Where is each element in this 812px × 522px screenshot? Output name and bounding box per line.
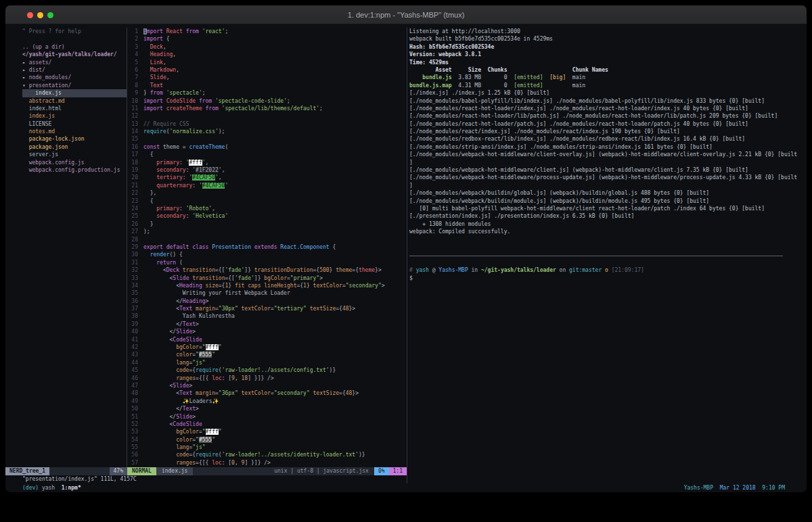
code-line[interactable]: 37 <Text margin="30px" textColor="tertia… [127,305,407,312]
tree-item[interactable]: ▸ dist/ [22,66,127,74]
code-line[interactable]: 17 { [127,151,407,158]
code-line[interactable]: 14require('normalize.css'); [127,128,407,135]
code-line[interactable]: 8 Text [127,82,407,89]
code-line[interactable]: 41 <CodeSlide [127,336,407,343]
shell-line: Hash: b5fb6e7d535cc002534e [409,43,807,51]
titlebar[interactable]: 1. dev:1:npm - "Yashs-MBP" (tmux) [5,5,807,24]
line-number: 41 [127,336,138,343]
code-line[interactable]: 57 ranges={[{ loc: [0, 9] }]} /> [127,459,407,467]
code-line[interactable]: 35 Writing your first Webpack Loader [127,289,407,297]
code-line[interactable]: 26 } [127,220,407,228]
code-line[interactable]: 33 <Slide transition={['fade']} bgColor=… [127,275,407,282]
code-line[interactable]: 48 <Text margin="36px" textColor="second… [127,389,407,397]
code-line[interactable]: 19 secondary: '#1F2022', [127,166,407,174]
tree-item[interactable]: " Press ? for help [22,28,127,35]
line-number: 32 [127,266,138,274]
code-line[interactable]: 1import React from 'react'; [127,28,407,35]
code-line[interactable]: 31 return ( [127,259,407,266]
code-line[interactable]: 43 color="#555" [127,351,407,358]
code-line[interactable]: 46 ranges={[{ loc: [9, 18] }]} /> [127,375,407,382]
shell-line: [./node_modules/react-hot-loader/patch.j… [409,120,807,128]
close-button[interactable] [27,12,33,18]
line-number: 11 [127,105,138,112]
tree-item[interactable]: ▸ assets/ [22,59,127,66]
line-number: 5 [127,59,138,66]
tree-item[interactable]: index.js [22,112,127,120]
code-line[interactable]: 16const theme = createTheme( [127,143,407,151]
code-line[interactable]: 23 { [127,197,407,205]
tree-item[interactable]: LICENSE [22,120,127,128]
code-line[interactable]: 12 [127,112,407,120]
code-line[interactable]: 28 [127,236,407,243]
code-line[interactable]: 20 tertiary: '#4CAF50', [127,174,407,181]
code-line[interactable]: 24 primary: 'Roboto', [127,205,407,212]
code-line[interactable]: 34 <Heading size={1} fit caps lineHeight… [127,282,407,289]
tree-item[interactable]: </yash/git-yash/talks/loader/ [22,51,127,58]
code-line[interactable]: 7 Slide, [127,74,407,81]
tree-item[interactable]: webpack.config.production.js [22,166,127,174]
zoom-button[interactable] [47,12,53,18]
minimize-button[interactable] [37,12,43,18]
tree-item[interactable]: abstract.md [22,97,127,105]
code-line[interactable]: 15 [127,135,407,143]
tree-item[interactable]: notes.md [22,128,127,135]
code-line[interactable]: 22 }, [127,189,407,197]
code-line[interactable]: 6 Markdown, [127,66,407,74]
tree-item[interactable]: server.js [22,151,127,158]
nerdtree-pane[interactable]: " Press ? for help.. (up a dir)</yash/gi… [5,28,127,467]
shell-line: # yash @ Yashs-MBP in ~/git-yash/talks/l… [409,266,807,274]
tmux-statusbar: (dev) yash 1:npm* Yashs-MBP Mar 12 2018 … [5,483,807,492]
code-line[interactable]: 3 Deck, [127,43,407,51]
code-line[interactable]: 36 </Heading> [127,298,407,305]
code-line[interactable]: 56 code={require('raw-loader!../assets/i… [127,451,407,458]
code-line[interactable]: 45 code={require('raw-loader!../assets/c… [127,366,407,374]
code-line[interactable]: 52 <CodeSlide [127,421,407,428]
nerdtree-statusline: NERD_tree_1 47% [5,467,127,475]
code-line[interactable]: 40 </Slide> [127,328,407,335]
code-line[interactable]: 9} from 'spectacle'; [127,89,407,97]
code-line[interactable]: 18 primary: '#fff', [127,159,407,166]
tree-item[interactable]: index.html [22,105,127,112]
shell-pane[interactable]: Listening at http://localhost:3000webpac… [407,28,807,483]
code-line[interactable]: 38 Yash Kulshrestha [127,312,407,320]
statusline-cursor-position: 1:1 [389,467,407,475]
code-line[interactable]: 11import createTheme from 'spectacle/lib… [127,105,407,112]
code-line[interactable]: 2import { [127,35,407,43]
line-number: 47 [127,382,138,389]
tree-item[interactable]: .. (up a dir) [22,43,127,51]
code-line[interactable]: 32 <Deck transition={['fade']} transitio… [127,266,407,274]
tree-item[interactable]: package.json [22,143,127,151]
code-line[interactable]: 30 render() { [127,251,407,258]
code-line[interactable]: 50 </Text> [127,405,407,412]
code-line[interactable]: 55 lang="js" [127,444,407,451]
code-line[interactable]: 21 quarternary: '#4CAF50' [127,182,407,189]
code-line[interactable]: 29export default class Presentation exte… [127,243,407,251]
code-line[interactable]: 10import CodeSlide from 'spectacle-code-… [127,97,407,105]
code-line[interactable]: 5 Link, [127,59,407,66]
tree-item[interactable]: index.js [22,89,127,97]
tree-item[interactable]: package-lock.json [22,135,127,143]
code-line[interactable]: 47 <Slide> [127,382,407,389]
code-line[interactable]: 42 bgColor="#fff" [127,343,407,351]
vim-statusline: NERD_tree_1 47% NORMAL index.js unix | u… [5,467,407,475]
code-line[interactable]: 49 ✨Loaders✨ [127,398,407,405]
code-line[interactable]: 25 secondary: 'Helvetica' [127,212,407,220]
line-number: 3 [127,43,138,51]
code-line[interactable]: 44 lang="js" [127,359,407,366]
tree-item[interactable]: ▸ node_modules/ [22,74,127,81]
code-line[interactable]: 27); [127,228,407,235]
line-number: 52 [127,421,138,428]
code-line[interactable]: 13// Require CSS [127,120,407,128]
code-line[interactable]: 39 </Text> [127,321,407,328]
editor-pane[interactable]: 1import React from 'react';2import {3 De… [127,28,407,467]
code-line[interactable]: 54 color="#555" [127,436,407,444]
vim-pane[interactable]: " Press ? for help.. (up a dir)</yash/gi… [5,28,407,483]
code-line[interactable]: 51 </Slide> [127,413,407,421]
code-line[interactable]: 53 bgColor="#fff" [127,428,407,435]
line-number: 53 [127,428,138,435]
tmux-host-info: Yashs-MBP Mar 12 2018 9:10 PM [684,483,785,492]
tree-item[interactable]: webpack.config.js [22,159,127,166]
code-line[interactable]: 4 Heading, [127,51,407,58]
tree-item[interactable] [22,35,127,43]
tree-item[interactable]: ▾ presentation/ [22,82,127,89]
